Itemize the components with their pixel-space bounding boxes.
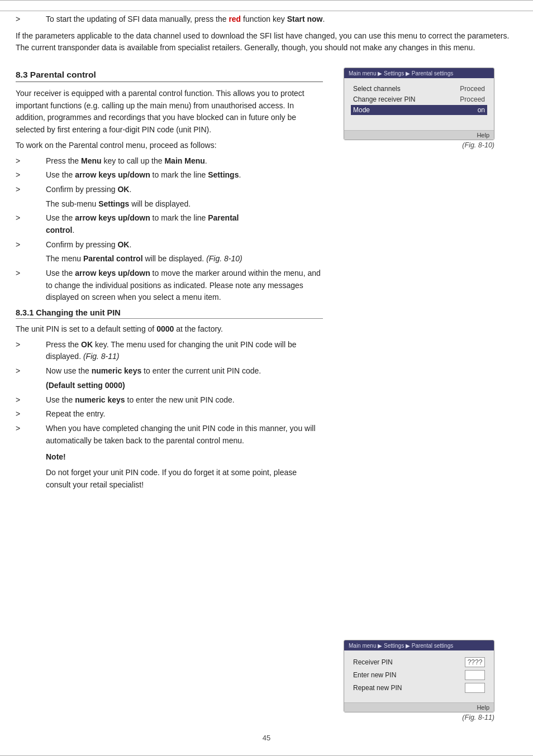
tv-row: Repeat new PIN xyxy=(351,682,487,694)
section-8-3-1-intro: The unit PIN is set to a default setting… xyxy=(16,323,323,336)
fig-8-11: Main menu ▶ Settings ▶ Parental settings… xyxy=(344,640,494,712)
arrow-icon: > xyxy=(16,423,46,435)
section-8-3-1-heading: 8.3.1 Changing the unit PIN xyxy=(16,308,323,319)
enter-new-pin-input[interactable] xyxy=(465,670,485,680)
list-item: > Now use the numeric keys to enter the … xyxy=(16,365,323,377)
fig-8-10: Main menu ▶ Settings ▶ Parental settings… xyxy=(344,68,494,140)
list-item: > Press the OK key. The menu used for ch… xyxy=(16,339,323,363)
tv-row: Enter new PIN xyxy=(351,669,487,681)
section-8-3-para-2: To work on the Parental control menu, pr… xyxy=(16,140,323,152)
arrow-icon: > xyxy=(16,365,46,377)
fig-8-10-header: Main menu ▶ Settings ▶ Parental settings xyxy=(344,68,494,78)
list-item: > Repeat the entry. xyxy=(16,408,323,420)
fig-8-10-footer: Help xyxy=(344,130,494,140)
main-text-column: 8.3 Parental control Your receiver is eq… xyxy=(0,63,335,728)
arrow-icon: > xyxy=(16,339,46,351)
list-item: > Use the arrow keys up/down to mark the… xyxy=(16,212,323,236)
note-block: Note! Do not forget your unit PIN code. … xyxy=(46,451,323,491)
fig-8-10-container: Main menu ▶ Settings ▶ Parental settings… xyxy=(344,68,494,151)
repeat-new-pin-input[interactable] xyxy=(465,683,485,693)
fig-8-11-breadcrumb: Main menu ▶ Settings ▶ Parental settings xyxy=(349,643,453,649)
list-item-sub: The sub-menu Settings will be displayed. xyxy=(16,198,323,210)
tv-row: Select channels Proceed xyxy=(351,84,487,94)
fig-8-11-footer: Help xyxy=(344,702,494,712)
tv-row: Change receiver PIN Proceed xyxy=(351,94,487,104)
list-item: > Press the Menu key to call up the Main… xyxy=(16,155,323,168)
arrow-icon: > xyxy=(16,267,46,280)
red-key-label: red xyxy=(229,15,241,23)
sidebar: Main menu ▶ Settings ▶ Parental settings… xyxy=(335,63,508,728)
list-item: > Confirm by pressing OK. xyxy=(16,184,323,196)
section-8-3-heading: 8.3 Parental control xyxy=(16,70,323,82)
fig-8-10-breadcrumb: Main menu ▶ Settings ▶ Parental settings xyxy=(349,70,453,76)
tv-row-highlighted: Mode on xyxy=(351,105,487,115)
arrow-icon: > xyxy=(16,408,46,420)
arrow-icon: > xyxy=(16,169,46,181)
list-item: > Confirm by pressing OK. xyxy=(16,239,323,251)
intro-block: > To start the updating of SFI data manu… xyxy=(0,13,533,58)
arrow-icon: > xyxy=(16,239,46,251)
page: > To start the updating of SFI data manu… xyxy=(0,0,533,756)
list-item: > Use the numeric keys to enter the new … xyxy=(16,394,323,406)
start-now-label: Start now xyxy=(287,15,323,23)
list-item: > Use the arrow keys up/down to mark the… xyxy=(16,169,323,181)
list-item: (Default setting 0000) xyxy=(16,380,323,392)
note-label: Note! xyxy=(46,452,66,461)
list-item: > Use the arrow keys up/down to move the… xyxy=(16,267,323,304)
section-8-3-para-1: Your receiver is equipped with a parenta… xyxy=(16,88,323,136)
note-text: Do not forget your unit PIN code. If you… xyxy=(46,467,323,491)
fig-8-11-caption: (Fig. 8-11) xyxy=(344,714,494,721)
arrow-icon: > xyxy=(16,394,46,406)
arrow-icon: > xyxy=(16,155,46,168)
fig-8-11-container: Main menu ▶ Settings ▶ Parental settings… xyxy=(344,640,494,724)
list-item-sub: The menu Parental control will be displa… xyxy=(16,253,323,265)
tv-row: Receiver PIN ???? xyxy=(351,656,487,668)
fig-8-11-header: Main menu ▶ Settings ▶ Parental settings xyxy=(344,640,494,650)
arrow-icon: > xyxy=(16,184,46,196)
intro-para: If the parameters applicable to the data… xyxy=(16,30,521,54)
section-8-3-1-instructions: > Press the OK key. The menu used for ch… xyxy=(16,339,323,447)
intro-instruction: > To start the updating of SFI data manu… xyxy=(16,13,521,26)
content-area: 8.3 Parental control Your receiver is eq… xyxy=(0,63,533,728)
section-8-3-instructions: > Press the Menu key to call up the Main… xyxy=(16,155,323,304)
fig-8-10-caption: (Fig. 8-10) xyxy=(344,141,494,149)
page-number: 45 xyxy=(0,734,533,745)
arrow-icon: > xyxy=(16,212,46,224)
arrow-icon: > xyxy=(16,13,46,26)
receiver-pin-input[interactable]: ???? xyxy=(465,657,485,667)
list-item: > When you have completed changing the u… xyxy=(16,423,323,447)
